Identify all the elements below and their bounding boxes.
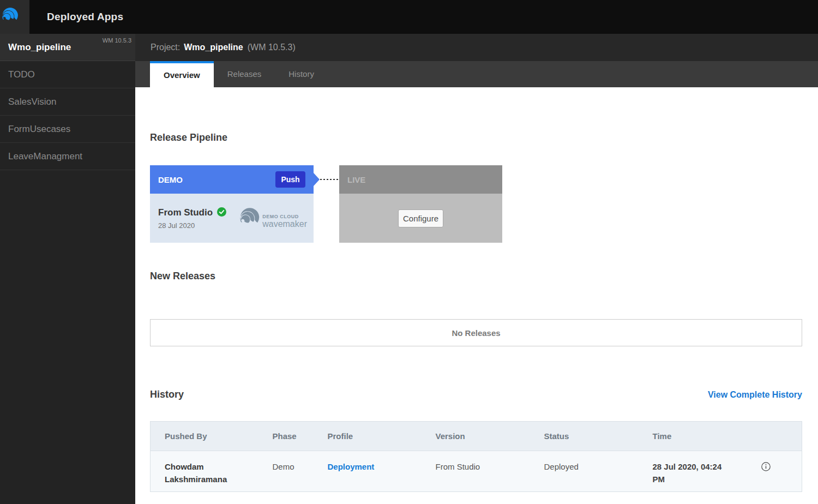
- live-stage-card: LIVE Configure: [339, 165, 502, 243]
- history-header-row: History View Complete History: [150, 389, 802, 400]
- demo-version-name: From Studio: [158, 207, 213, 218]
- brand-wavemaker-label: wavemaker: [262, 220, 307, 229]
- configure-button[interactable]: Configure: [398, 209, 443, 227]
- brand-text: DEMO CLOUD wavemaker: [262, 214, 307, 229]
- col-status: Status: [530, 422, 639, 451]
- demo-version-block: From Studio 28 Jul 2020: [158, 207, 226, 230]
- tab-releases[interactable]: Releases: [214, 61, 275, 87]
- project-name: Wmo_pipeline: [184, 43, 243, 52]
- no-releases-box: No Releases: [150, 319, 802, 346]
- live-stage-body: Configure: [339, 194, 502, 243]
- tab-history[interactable]: History: [275, 61, 328, 87]
- pipeline-connector: [314, 165, 339, 194]
- live-stage-header: LIVE: [339, 165, 502, 194]
- projects-sidebar: WM 10.5.3 Wmo_pipeline TODO SalesVision …: [0, 34, 135, 504]
- wavemaker-gray-logo-icon: [239, 207, 261, 229]
- demo-deploy-date: 28 Jul 2020: [158, 221, 226, 230]
- live-stage-label: LIVE: [347, 175, 365, 184]
- col-profile: Profile: [314, 422, 422, 451]
- release-pipeline-heading: Release Pipeline: [150, 87, 802, 143]
- project-version: (WM 10.5.3): [248, 43, 296, 52]
- sidebar-item-wmo-pipeline[interactable]: WM 10.5.3 Wmo_pipeline: [0, 34, 135, 61]
- sidebar-item-label: LeaveManagment: [8, 151, 82, 161]
- wavemaker-logo-icon: [2, 7, 20, 25]
- col-phase: Phase: [258, 422, 314, 451]
- deployment-profile-link[interactable]: Deployment: [328, 462, 375, 471]
- main-panel: Project: Wmo_pipeline (WM 10.5.3) Overvi…: [135, 34, 818, 504]
- history-table-row: Chowdam Lakshmiramana Demo Deployment Fr…: [151, 451, 802, 492]
- sidebar-item-label: Wmo_pipeline: [8, 42, 71, 52]
- cell-phase: Demo: [258, 451, 314, 492]
- demo-stage-body: From Studio 28 Jul 2020: [150, 194, 314, 243]
- history-table-header: Pushed By Phase Profile Version Status T…: [151, 422, 802, 451]
- cell-profile: Deployment: [314, 451, 422, 492]
- new-releases-heading: New Releases: [150, 271, 802, 282]
- col-version: Version: [422, 422, 530, 451]
- success-check-icon: [217, 207, 226, 219]
- no-releases-text: No Releases: [452, 328, 500, 338]
- sidebar-item-todo[interactable]: TODO: [0, 61, 135, 88]
- demo-stage-label: DEMO: [158, 175, 183, 184]
- top-bar: Deployed Apps: [0, 0, 818, 34]
- cell-pushed-by: Chowdam Lakshmiramana: [151, 451, 258, 492]
- release-pipeline: DEMO Push From Studio: [150, 165, 802, 243]
- col-time: Time: [639, 422, 739, 451]
- cell-status: Deployed: [530, 451, 639, 492]
- wavemaker-logo-box[interactable]: [0, 0, 29, 34]
- sidebar-item-label: TODO: [8, 69, 35, 80]
- project-label: Project:: [151, 43, 180, 52]
- col-pushed-by: Pushed By: [151, 422, 258, 451]
- demo-cloud-brand: DEMO CLOUD wavemaker: [239, 207, 307, 229]
- col-actions: [739, 422, 802, 451]
- view-complete-history-link[interactable]: View Complete History: [708, 390, 802, 400]
- sidebar-item-leavemanagment[interactable]: LeaveManagment: [0, 143, 135, 170]
- cell-version: From Studio: [422, 451, 530, 492]
- demo-version-line: From Studio: [158, 207, 226, 219]
- tab-bar: Overview Releases History: [135, 61, 818, 87]
- sidebar-item-salesvision[interactable]: SalesVision: [0, 88, 135, 116]
- project-version-badge: WM 10.5.3: [103, 37, 131, 44]
- tab-overview[interactable]: Overview: [150, 61, 214, 87]
- project-header: Project: Wmo_pipeline (WM 10.5.3): [135, 34, 818, 61]
- history-heading: History: [150, 389, 184, 400]
- overview-content: Release Pipeline DEMO Push From Studio: [135, 87, 818, 504]
- push-button[interactable]: Push: [275, 171, 305, 188]
- demo-stage-header: DEMO Push: [150, 165, 314, 194]
- cell-time: 28 Jul 2020, 04:24 PM: [639, 451, 739, 492]
- sidebar-item-label: FormUsecases: [8, 124, 70, 134]
- brand-cloud-label: DEMO CLOUD: [262, 214, 307, 219]
- history-table: Pushed By Phase Profile Version Status T…: [150, 421, 802, 492]
- page-title: Deployed Apps: [47, 11, 123, 23]
- cell-info: [739, 451, 802, 492]
- sidebar-item-label: SalesVision: [8, 97, 57, 107]
- sidebar-item-formusecases[interactable]: FormUsecases: [0, 116, 135, 143]
- demo-stage-card: DEMO Push From Studio: [150, 165, 314, 243]
- info-icon[interactable]: [761, 462, 771, 475]
